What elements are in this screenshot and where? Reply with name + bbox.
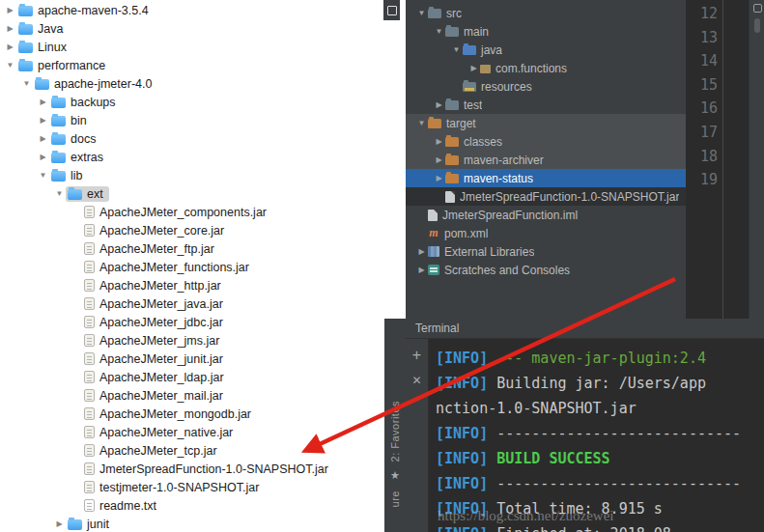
project-tree-row[interactable]: ▶com.functions [406,59,686,77]
finder-item: docs [49,131,101,147]
project-tree-row[interactable]: ▶maven-status [406,169,686,187]
finder-row[interactable]: ▶Java [0,19,406,38]
disclosure-triangle[interactable]: ▼ [20,74,33,93]
line-number: 19 [686,168,718,192]
finder-item-label: JmeterSpreadFunction-1.0-SNAPSHOT.jar [95,462,328,476]
line-number: 14 [686,49,718,73]
finder-item-label: bin [66,114,87,127]
finder-row[interactable]: ▶extras [0,148,406,166]
finder-row[interactable]: ApacheJMeter_ldap.jar [0,368,406,386]
favorites-tool-button[interactable]: 2: Favorites [389,401,401,462]
disclosure-triangle[interactable]: ▶ [467,59,480,77]
terminal-title: Terminal [415,322,459,335]
disclosure-triangle[interactable]: ▶ [433,151,445,169]
tool-window-button[interactable] [383,0,400,20]
disclosure-triangle[interactable]: ▶ [37,111,49,129]
watermark-text: https://blog.csdn.net/zuozewei [438,508,613,524]
finder-row[interactable]: ▶apache-maven-3.5.4 [0,1,406,19]
finder-row[interactable]: ▶junit [0,515,406,532]
scratches-and-consoles-icon [428,265,439,275]
terminal-output[interactable]: [INFO] --- maven-jar-plugin:2.4[INFO] Bu… [430,339,764,532]
close-terminal-button[interactable]: ✕ [406,374,428,387]
disclosure-triangle[interactable]: ▶ [415,261,428,279]
finder-row[interactable]: ▶Linux [0,38,406,56]
finder-row[interactable]: ApacheJMeter_jdbc.jar [0,313,406,331]
text-file-icon [84,499,95,512]
project-tree-row[interactable]: ▶Scratches and Consoles [406,261,686,279]
disclosure-triangle[interactable]: ▶ [37,129,49,148]
finder-row[interactable]: testjmeter-1.0-SNAPSHOT.jar [0,478,406,496]
finder-item: readme.txt [82,498,162,514]
finder-row[interactable]: ApacheJMeter_mongodb.jar [0,405,406,423]
project-item-label: main [459,25,489,39]
finder-row[interactable]: ApacheJMeter_components.jar [0,203,406,221]
disclosure-triangle[interactable]: ▼ [415,114,428,132]
disclosure-triangle[interactable]: ▼ [53,184,66,203]
project-item-label: maven-archiver [459,154,544,167]
project-tree-row[interactable]: ▶maven-archiver [406,151,686,169]
finder-row[interactable]: ApacheJMeter_native.jar [0,423,406,441]
structure-tool-button[interactable]: ure [389,490,401,507]
disclosure-triangle[interactable]: ▼ [450,41,463,59]
editor-gutter: 1213141516171819 [686,2,718,192]
log-level-tag: [INFO] [436,350,488,367]
disclosure-triangle[interactable]: ▶ [415,242,428,261]
finder-row[interactable]: ▼performance [0,56,406,74]
disclosure-triangle[interactable]: ▶ [4,19,16,38]
editor-scrollbar-strip[interactable] [749,0,764,319]
project-tree-row[interactable]: ▶test [406,96,686,114]
disclosure-triangle[interactable]: ▼ [4,56,16,74]
jar-file-icon [84,242,95,255]
project-tree-row[interactable]: ▼target [406,114,686,132]
project-item-label: pom.xml [439,227,488,240]
finder-row[interactable]: ApacheJMeter_mail.jar [0,386,406,405]
finder-item: ApacheJMeter_ftp.jar [82,241,220,257]
finder-row[interactable]: ApacheJMeter_java.jar [0,294,406,313]
project-tree-row[interactable]: JmeterSpreadFunction-1.0-SNAPSHOT.jar [406,187,686,206]
disclosure-triangle[interactable]: ▶ [433,132,445,151]
disclosure-triangle[interactable]: ▼ [37,166,49,184]
finder-row[interactable]: ▶docs [0,129,406,148]
finder-row[interactable]: ▼apache-jmeter-4.0 [0,74,406,93]
finder-row[interactable]: ApacheJMeter_junit.jar [0,350,406,368]
finder-row[interactable]: ApacheJMeter_functions.jar [0,258,406,276]
project-tree-row[interactable]: ▼src [406,4,686,22]
jar-file-icon [84,444,95,457]
inspections-indicator-icon[interactable] [753,4,762,13]
disclosure-triangle[interactable]: ▶ [53,515,66,532]
disclosure-triangle[interactable]: ▶ [4,38,16,56]
project-tree-row[interactable]: ▶classes [406,132,686,151]
disclosure-triangle[interactable]: ▶ [433,96,445,114]
project-item-label: target [441,117,476,130]
finder-row[interactable]: ▶backups [0,93,406,111]
disclosure-triangle[interactable]: ▼ [433,22,445,41]
finder-row[interactable]: ApacheJMeter_http.jar [0,276,406,294]
finder-item: lib [49,168,89,183]
finder-row[interactable]: ▼lib [0,166,406,184]
finder-item-label: ApacheJMeter_mail.jar [95,389,223,403]
finder-row[interactable]: ▼ext [0,184,406,203]
project-tree-row[interactable]: JmeterSpreadFunction.iml [406,206,686,224]
project-tree-row[interactable]: ▼main [406,22,686,41]
finder-row[interactable]: readme.txt [0,496,406,515]
disclosure-triangle[interactable]: ▶ [4,1,16,19]
finder-row[interactable]: ApacheJMeter_jms.jar [0,331,406,350]
finder-row[interactable]: ApacheJMeter_ftp.jar [0,239,406,258]
scrollbar-thumb[interactable] [754,18,760,33]
add-terminal-button[interactable]: + [406,347,428,364]
project-tree-row[interactable]: ▼java [406,41,686,59]
finder-item: ApacheJMeter_tcp.jar [82,443,223,459]
project-tree-row[interactable]: ▶External Libraries [406,242,686,261]
disclosure-triangle[interactable]: ▶ [433,169,445,187]
project-item-label: External Libraries [439,245,534,259]
project-tree-row[interactable]: resources [406,77,686,96]
finder-row[interactable]: JmeterSpreadFunction-1.0-SNAPSHOT.jar [0,460,406,478]
finder-item: ApacheJMeter_native.jar [82,425,239,440]
finder-row[interactable]: ApacheJMeter_tcp.jar [0,441,406,460]
finder-row[interactable]: ▶bin [0,111,406,129]
disclosure-triangle[interactable]: ▶ [37,93,49,111]
finder-row[interactable]: ApacheJMeter_core.jar [0,221,406,239]
disclosure-triangle[interactable]: ▶ [37,148,49,166]
disclosure-triangle[interactable]: ▼ [415,4,428,22]
project-tree-row[interactable]: mpom.xml [406,224,686,242]
